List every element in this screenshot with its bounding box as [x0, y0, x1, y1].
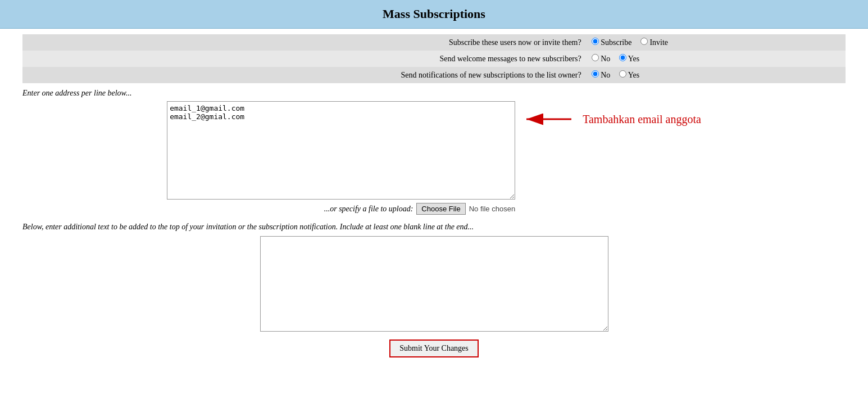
submit-row: Submit Your Changes [22, 339, 846, 357]
welcome-yes-label[interactable]: Yes [619, 55, 639, 63]
notifications-no-radio[interactable] [592, 70, 599, 78]
email-hint: Enter one address per line below... [22, 89, 846, 98]
welcome-no-radio[interactable] [592, 54, 599, 61]
choose-file-button[interactable]: Choose File [416, 203, 465, 215]
annotation-wrap: Tambahkan email anggota [521, 111, 701, 127]
option-label-subscribe-invite: Subscribe these users now or invite them… [22, 34, 586, 51]
option-label-welcome: Send welcome messages to new subscribers… [22, 51, 586, 67]
notifications-no-label[interactable]: No [592, 71, 612, 79]
email-textarea[interactable] [167, 101, 515, 200]
annotation-label: Tambahkan email anggota [583, 113, 701, 126]
option-row-welcome: Send welcome messages to new subscribers… [22, 51, 846, 67]
subscribe-radio-label[interactable]: Subscribe [592, 38, 634, 47]
options-table: Subscribe these users now or invite them… [22, 34, 846, 83]
file-upload-label: ...or specify a file to upload: [324, 205, 413, 214]
file-upload-row: ...or specify a file to upload: Choose F… [167, 203, 515, 215]
welcome-yes-radio[interactable] [619, 54, 626, 61]
email-section: ...or specify a file to upload: Choose F… [22, 101, 846, 215]
additional-textarea[interactable] [260, 236, 608, 332]
additional-textarea-wrap [22, 236, 846, 332]
option-row-notifications: Send notifications of new subscriptions … [22, 67, 846, 83]
notifications-yes-radio[interactable] [619, 70, 626, 78]
welcome-no-label[interactable]: No [592, 55, 612, 63]
notifications-yes-label[interactable]: Yes [619, 71, 639, 79]
page-header: Mass Subscriptions [0, 0, 868, 29]
invite-radio[interactable] [640, 38, 648, 45]
option-label-notifications: Send notifications of new subscriptions … [22, 67, 586, 83]
arrow-icon [521, 111, 577, 127]
file-input-wrap: Choose File No file chosen [416, 203, 515, 215]
option-row-subscribe-invite: Subscribe these users now or invite them… [22, 34, 846, 51]
submit-button[interactable]: Submit Your Changes [389, 339, 479, 357]
page-title: Mass Subscriptions [0, 7, 868, 21]
subscribe-radio[interactable] [592, 38, 599, 45]
invite-radio-label[interactable]: Invite [640, 38, 668, 47]
no-file-text: No file chosen [469, 205, 515, 213]
additional-hint: Below, enter additional text to be added… [22, 223, 846, 232]
